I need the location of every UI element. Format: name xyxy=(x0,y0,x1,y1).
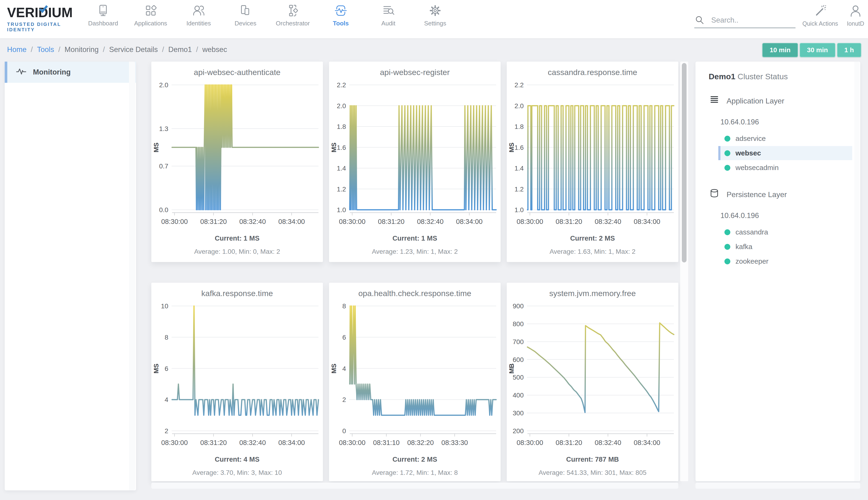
nav-item-tools[interactable]: Tools xyxy=(315,4,367,27)
chart-plot[interactable]: 2.01.30.70.008:30:0008:31:2008:32:4008:3… xyxy=(151,77,323,232)
breadcrumb-item-monitoring: Monitoring xyxy=(65,45,99,54)
service-name: adservice xyxy=(735,135,766,143)
cluster-panel-title: Demo1 Cluster Status xyxy=(709,72,860,81)
svg-text:08:31:20: 08:31:20 xyxy=(200,439,227,446)
nav-item-identities[interactable]: Identities xyxy=(173,4,224,27)
svg-text:10: 10 xyxy=(161,303,168,310)
svg-text:1.6: 1.6 xyxy=(337,144,346,151)
chart-plot[interactable]: 2.22.01.81.61.41.21.008:30:0008:31:2008:… xyxy=(329,77,501,232)
service-item-websecadmin[interactable]: websecadmin xyxy=(718,161,852,175)
sidebar-item-label: Monitoring xyxy=(33,68,70,77)
svg-text:08:30:00: 08:30:00 xyxy=(516,439,543,446)
breadcrumb-separator: / xyxy=(31,45,33,54)
brand-tagline: TRUSTED DIGITAL IDENTITY xyxy=(7,22,85,33)
scrollbar-thumb[interactable] xyxy=(682,63,687,262)
chart-title: opa.health.check.response.time xyxy=(329,289,501,298)
devices-icon xyxy=(239,14,252,18)
database-icon xyxy=(709,189,720,201)
chart-plot[interactable]: 10864208:30:0008:31:2008:32:4008:34:00MS xyxy=(151,298,323,453)
cluster-section: Persistence Layer 10.64.0.196 cassandra … xyxy=(695,189,860,268)
svg-text:08:31:20: 08:31:20 xyxy=(378,218,404,225)
quick-actions-button[interactable]: Quick Actions xyxy=(800,4,840,27)
nav-item-audit[interactable]: Audit xyxy=(363,4,414,27)
status-dot-icon xyxy=(724,259,730,264)
chart-title: api-websec-authenticate xyxy=(151,68,323,77)
time-button-10-min[interactable]: 10 min xyxy=(762,43,798,57)
svg-text:6: 6 xyxy=(342,334,346,341)
chart-current-value: Current: 1 MS xyxy=(151,235,323,242)
svg-text:08:31:10: 08:31:10 xyxy=(373,439,400,446)
veridium-logo[interactable]: VERIDIUM TRUSTED DIGITAL IDENTITY xyxy=(7,5,85,33)
nav-item-applications[interactable]: Applications xyxy=(125,4,177,27)
svg-text:700: 700 xyxy=(513,338,524,345)
chart-plot[interactable]: 90080070060050040030020008:30:0008:31:20… xyxy=(507,298,678,453)
svg-text:08:34:00: 08:34:00 xyxy=(456,218,483,225)
search-icon xyxy=(694,14,705,26)
sidebar-item-monitoring[interactable]: Monitoring xyxy=(5,61,136,83)
layer-label: Application Layer xyxy=(726,96,784,105)
service-item-websec[interactable]: websec xyxy=(718,146,852,160)
nav-item-devices[interactable]: Devices xyxy=(220,4,271,27)
chart-current-value: Current: 1 MS xyxy=(329,235,501,242)
chart-title: system.jvm.memory.free xyxy=(507,289,678,298)
svg-text:2.0: 2.0 xyxy=(159,81,168,89)
service-item-adservice[interactable]: adservice xyxy=(718,132,852,146)
svg-text:08:33:30: 08:33:30 xyxy=(441,439,468,446)
chart-title: api-websec-register xyxy=(329,68,501,77)
svg-text:2.2: 2.2 xyxy=(337,81,346,89)
svg-text:08:30:00: 08:30:00 xyxy=(516,218,543,225)
svg-text:2.0: 2.0 xyxy=(514,102,524,110)
svg-text:08:32:40: 08:32:40 xyxy=(240,218,266,225)
svg-text:1.4: 1.4 xyxy=(337,164,346,172)
sidebar-scrollbar[interactable] xyxy=(129,61,135,490)
nav-item-settings[interactable]: Settings xyxy=(409,4,461,27)
chart-card: api-websec-authenticate 2.01.30.70.008:3… xyxy=(151,61,323,262)
host-group: 10.64.0.196 adservice websec websecadmin xyxy=(695,118,860,175)
chart-plot[interactable]: 2.22.01.81.61.41.21.008:30:0008:31:2008:… xyxy=(507,77,678,232)
sidebar: Monitoring xyxy=(5,61,136,490)
charts-vertical-scrollbar[interactable] xyxy=(680,61,688,481)
svg-text:200: 200 xyxy=(513,427,524,435)
chart-title: cassandra.response.time xyxy=(507,68,678,77)
service-item-kafka[interactable]: kafka xyxy=(718,240,852,254)
svg-text:1.0: 1.0 xyxy=(514,206,524,214)
breadcrumb-item-tools[interactable]: Tools xyxy=(37,45,54,54)
cluster-horizontal-scrollbar[interactable] xyxy=(695,482,860,489)
search-input[interactable] xyxy=(711,16,789,25)
audit-icon xyxy=(381,14,395,18)
charts-horizontal-scrollbar[interactable] xyxy=(151,482,678,489)
chart-stats: Average: 1.23, Min: 1, Max: 2 xyxy=(329,248,501,255)
chart-plot[interactable]: 8642008:30:0008:31:1008:32:2008:33:30MS xyxy=(329,298,501,453)
service-item-zookeeper[interactable]: zookeeper xyxy=(718,254,852,268)
svg-text:2: 2 xyxy=(165,427,168,435)
nav-item-dashboard[interactable]: Dashboard xyxy=(77,4,129,27)
user-menu[interactable]: IonutD xyxy=(838,4,868,27)
svg-text:400: 400 xyxy=(513,391,524,399)
svg-text:0.7: 0.7 xyxy=(159,162,168,170)
chart-card: opa.health.check.response.time 8642008:3… xyxy=(329,283,501,481)
time-range-buttons: 10 min30 min1 h xyxy=(762,43,861,57)
chart-stats: Average: 541.33, Min: 301, Max: 805 xyxy=(507,469,678,477)
svg-text:MS: MS xyxy=(330,364,337,374)
monitor-icon xyxy=(96,14,110,18)
host-ip: 10.64.0.196 xyxy=(721,118,860,126)
svg-text:1.6: 1.6 xyxy=(514,144,524,151)
cluster-scrollbar[interactable] xyxy=(854,61,859,481)
time-button-1-h[interactable]: 1 h xyxy=(837,43,861,57)
time-button-30-min[interactable]: 30 min xyxy=(800,43,835,57)
svg-text:08:30:00: 08:30:00 xyxy=(161,218,188,225)
layers-icon xyxy=(709,95,720,107)
svg-text:1.8: 1.8 xyxy=(337,123,346,130)
svg-text:08:31:20: 08:31:20 xyxy=(200,218,227,225)
svg-text:MS: MS xyxy=(153,143,160,152)
chart-current-value: Current: 787 MB xyxy=(507,456,678,463)
svg-text:08:31:20: 08:31:20 xyxy=(556,439,582,446)
breadcrumb-item-home[interactable]: Home xyxy=(7,45,26,54)
chart-current-value: Current: 2 MS xyxy=(507,235,678,242)
svg-text:8: 8 xyxy=(165,334,168,341)
layer-header: Application Layer xyxy=(709,95,860,107)
service-item-cassandra[interactable]: cassandra xyxy=(718,225,852,239)
cluster-section: Application Layer 10.64.0.196 adservice … xyxy=(695,95,860,175)
nav-item-orchestrator[interactable]: Orchestrator xyxy=(267,4,319,27)
svg-text:2: 2 xyxy=(342,396,346,404)
